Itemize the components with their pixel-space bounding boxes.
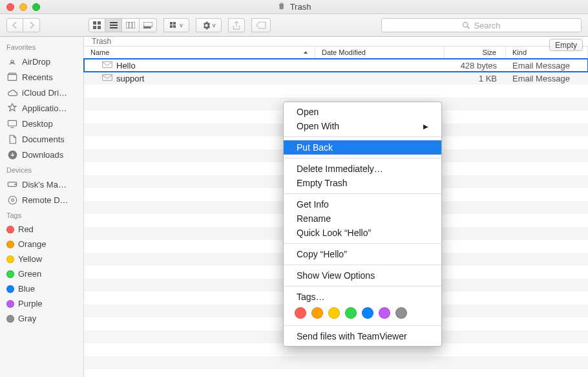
minimize-window-button[interactable] bbox=[19, 3, 27, 11]
nav-buttons bbox=[6, 18, 40, 32]
airdrop-icon bbox=[6, 56, 18, 67]
menu-separator bbox=[284, 243, 441, 244]
tag-color-green[interactable] bbox=[345, 307, 357, 319]
sidebar-heading-devices: Devices bbox=[0, 162, 83, 177]
trash-icon bbox=[277, 1, 286, 12]
menu-open-with[interactable]: Open With▶ bbox=[284, 119, 441, 133]
desktop-icon bbox=[6, 118, 18, 129]
svg-rect-30 bbox=[103, 61, 112, 67]
sidebar-tag-purple[interactable]: Purple bbox=[0, 296, 83, 311]
menu-empty-trash[interactable]: Empty Trash bbox=[284, 176, 441, 190]
svg-rect-15 bbox=[173, 22, 176, 25]
tag-orange-icon bbox=[6, 241, 14, 248]
svg-rect-1 bbox=[98, 21, 101, 25]
svg-rect-21 bbox=[8, 74, 16, 80]
svg-rect-10 bbox=[143, 22, 152, 27]
sidebar-item-remote[interactable]: Remote D… bbox=[0, 192, 83, 208]
sidebar-item-disk[interactable]: Disk's Ma… bbox=[0, 177, 83, 192]
file-row[interactable]: support 1 KB Email Message bbox=[84, 72, 588, 85]
column-name[interactable]: Name bbox=[84, 47, 315, 58]
column-view-button[interactable] bbox=[122, 18, 140, 32]
menu-tags-label[interactable]: Tags… bbox=[284, 290, 441, 304]
svg-point-29 bbox=[11, 199, 14, 201]
sidebar-item-icloud[interactable]: iCloud Dri… bbox=[0, 85, 83, 100]
menu-copy[interactable]: Copy “Hello” bbox=[284, 247, 441, 261]
toolbar: v v Search bbox=[0, 14, 588, 37]
sidebar-item-downloads[interactable]: Downloads bbox=[0, 147, 83, 162]
svg-rect-16 bbox=[170, 25, 173, 28]
window-title: Trash bbox=[290, 2, 311, 12]
svg-rect-14 bbox=[170, 22, 173, 25]
recents-icon bbox=[6, 72, 18, 82]
sidebar-tag-yellow[interactable]: Yellow bbox=[0, 252, 83, 266]
svg-rect-23 bbox=[8, 120, 17, 125]
menu-separator bbox=[284, 158, 441, 158]
list-view-button[interactable] bbox=[105, 18, 122, 32]
sidebar-tag-red[interactable]: Red bbox=[0, 222, 83, 237]
tag-color-red[interactable] bbox=[295, 307, 306, 319]
sidebar-tag-green[interactable]: Green bbox=[0, 266, 83, 281]
svg-rect-22 bbox=[9, 73, 16, 74]
sidebar-tag-orange[interactable]: Orange bbox=[0, 237, 83, 252]
column-date[interactable]: Date Modified bbox=[315, 47, 445, 58]
search-input[interactable]: Search bbox=[381, 18, 582, 32]
columns-header: Name Date Modified Size Kind bbox=[84, 47, 588, 59]
svg-point-28 bbox=[8, 196, 17, 204]
groupby-button[interactable]: v bbox=[163, 18, 189, 32]
close-window-button[interactable] bbox=[6, 3, 14, 11]
menu-separator bbox=[284, 286, 441, 286]
search-placeholder: Search bbox=[474, 21, 500, 30]
svg-rect-12 bbox=[146, 27, 148, 28]
forward-button[interactable] bbox=[23, 18, 40, 32]
window-titlebar: Trash bbox=[0, 0, 588, 14]
tag-color-orange[interactable] bbox=[311, 307, 323, 319]
sidebar: Favorites AirDrop Recents iCloud Dri… Ap… bbox=[0, 37, 84, 377]
menu-delete-immediately[interactable]: Delete Immediately… bbox=[284, 162, 441, 176]
sidebar-tag-gray[interactable]: Gray bbox=[0, 311, 83, 326]
svg-rect-17 bbox=[173, 25, 176, 28]
svg-rect-31 bbox=[103, 74, 112, 80]
sidebar-item-applications[interactable]: Applicatio… bbox=[0, 100, 83, 116]
action-button[interactable]: v bbox=[196, 18, 222, 32]
downloads-icon bbox=[6, 149, 18, 160]
menu-get-info[interactable]: Get Info bbox=[284, 197, 441, 211]
empty-trash-button[interactable]: Empty bbox=[549, 39, 583, 51]
sidebar-tag-blue[interactable]: Blue bbox=[0, 281, 83, 296]
tag-color-gray[interactable] bbox=[395, 307, 407, 319]
svg-rect-0 bbox=[93, 21, 96, 25]
sidebar-heading-tags: Tags bbox=[0, 208, 83, 222]
window-controls bbox=[6, 3, 40, 11]
icon-view-button[interactable] bbox=[89, 18, 105, 32]
menu-quick-look[interactable]: Quick Look “Hello” bbox=[284, 226, 441, 240]
sidebar-item-documents[interactable]: Documents bbox=[0, 131, 83, 147]
zoom-window-button[interactable] bbox=[32, 3, 40, 11]
sidebar-item-recents[interactable]: Recents bbox=[0, 69, 83, 85]
file-row[interactable]: Hello 428 bytes Email Message bbox=[84, 59, 588, 72]
svg-rect-11 bbox=[143, 27, 145, 28]
menu-show-view-options[interactable]: Show View Options bbox=[284, 268, 441, 283]
share-button[interactable] bbox=[228, 18, 245, 32]
svg-rect-5 bbox=[110, 25, 118, 26]
tag-blue-icon bbox=[6, 285, 14, 293]
menu-put-back[interactable]: Put Back bbox=[284, 140, 441, 155]
sidebar-item-desktop[interactable]: Desktop bbox=[0, 116, 83, 131]
tag-color-purple[interactable] bbox=[379, 307, 390, 319]
menu-send-teamviewer[interactable]: Send files with TeamViewer bbox=[284, 329, 441, 343]
disk-icon bbox=[6, 179, 18, 189]
sidebar-item-airdrop[interactable]: AirDrop bbox=[0, 54, 83, 69]
menu-open[interactable]: Open bbox=[284, 105, 441, 119]
tag-color-yellow[interactable] bbox=[328, 307, 340, 319]
documents-icon bbox=[6, 134, 18, 144]
menu-rename[interactable]: Rename bbox=[284, 211, 441, 226]
tag-color-blue[interactable] bbox=[362, 307, 373, 319]
menu-separator bbox=[284, 136, 441, 137]
icloud-icon bbox=[6, 87, 18, 98]
column-size[interactable]: Size bbox=[445, 47, 506, 58]
gallery-view-button[interactable] bbox=[140, 18, 157, 32]
svg-rect-3 bbox=[98, 26, 101, 29]
svg-rect-7 bbox=[126, 22, 135, 28]
tag-yellow-icon bbox=[6, 255, 14, 263]
back-button[interactable] bbox=[6, 18, 23, 32]
tags-button[interactable] bbox=[251, 18, 271, 32]
context-menu: Open Open With▶ Put Back Delete Immediat… bbox=[283, 102, 442, 347]
